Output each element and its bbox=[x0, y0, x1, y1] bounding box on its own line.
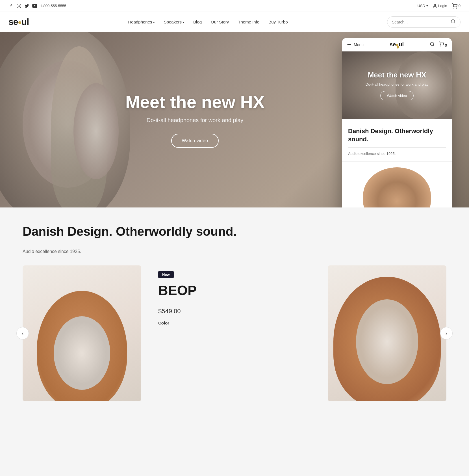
cart-button[interactable]: 0 bbox=[452, 3, 461, 9]
product-price: $549.00 bbox=[158, 308, 311, 315]
nav-links: Headphones Speakers Blog Our Story Theme… bbox=[128, 20, 288, 25]
svg-point-9 bbox=[443, 46, 443, 46]
color-label: Color bbox=[158, 321, 311, 325]
arrow-left-icon: ‹ bbox=[22, 330, 23, 336]
hero-subtitle: Do-it-all headphones for work and play bbox=[125, 117, 265, 124]
hero-title: Meet the new HX bbox=[125, 92, 265, 112]
svg-point-7 bbox=[430, 42, 434, 46]
hero-shape-cup bbox=[73, 83, 119, 179]
mobile-nav: ☰ Menu se●ul 0 bbox=[342, 38, 452, 51]
section-title: Danish Design. Otherworldly sound. bbox=[23, 224, 446, 239]
mobile-divider bbox=[348, 147, 446, 148]
nav-link-our-story[interactable]: Our Story bbox=[211, 20, 229, 24]
headphone-inner-left bbox=[54, 316, 110, 390]
section-subtitle: Audio excellence since 1925. bbox=[23, 249, 446, 254]
arrow-right-icon: › bbox=[446, 330, 447, 336]
mobile-section-subtitle: Audio excellence since 1925. bbox=[348, 152, 446, 156]
mobile-search-icon[interactable] bbox=[430, 42, 435, 48]
top-bar-right: USD ▾ Login 0 bbox=[418, 3, 461, 9]
nav-item-blog[interactable]: Blog bbox=[193, 20, 202, 25]
nav-link-blog[interactable]: Blog bbox=[193, 20, 202, 24]
section-divider bbox=[23, 244, 446, 244]
hero-content: Meet the new HX Do-it-all headphones for… bbox=[125, 92, 265, 148]
product-grid: ‹ New BEOP $549.00 Color › bbox=[23, 265, 446, 401]
login-label: Login bbox=[438, 4, 447, 8]
social-icons: f 1-800-555-5555 bbox=[8, 3, 66, 8]
mobile-hero-content: Meet the new HX Do-it-all headphones for… bbox=[366, 71, 429, 100]
top-bar-left: f 1-800-555-5555 bbox=[8, 3, 66, 8]
main-nav: seul Headphones Speakers Blog Our Story … bbox=[0, 12, 469, 32]
search-input[interactable] bbox=[392, 20, 451, 24]
slider-arrow-right[interactable]: › bbox=[440, 327, 453, 339]
svg-point-6 bbox=[451, 20, 455, 23]
nav-link-headphones[interactable]: Headphones bbox=[128, 20, 155, 24]
mobile-section-title: Danish Design. Otherworldly sound. bbox=[348, 127, 446, 143]
nav-item-headphones[interactable]: Headphones bbox=[128, 20, 155, 25]
mobile-logo-dot: ● bbox=[396, 44, 398, 46]
svg-point-5 bbox=[456, 8, 457, 8]
currency-chevron-icon: ▾ bbox=[426, 4, 428, 8]
product-divider bbox=[158, 303, 311, 303]
mobile-preview: ☰ Menu se●ul 0 Meet the new HX bbox=[342, 38, 452, 207]
nav-link-buy-turbo[interactable]: Buy Turbo bbox=[268, 20, 288, 24]
mobile-nav-right: 0 bbox=[430, 42, 447, 48]
login-button[interactable]: Login bbox=[433, 4, 447, 8]
svg-point-1 bbox=[18, 5, 20, 7]
currency-selector[interactable]: USD ▾ bbox=[418, 4, 428, 8]
logo[interactable]: seul bbox=[8, 17, 29, 27]
mobile-product-image bbox=[363, 167, 431, 207]
logo-dot bbox=[18, 21, 21, 24]
nav-item-theme-info[interactable]: Theme Info bbox=[238, 20, 259, 25]
svg-point-8 bbox=[440, 46, 441, 46]
svg-rect-0 bbox=[17, 4, 21, 8]
mobile-hero: Meet the new HX Do-it-all headphones for… bbox=[342, 51, 452, 119]
hero-section: Meet the new HX Do-it-all headphones for… bbox=[0, 32, 469, 207]
slider-arrow-left[interactable]: ‹ bbox=[16, 327, 29, 339]
cart-icon bbox=[452, 3, 457, 9]
desktop-section: Danish Design. Otherworldly sound. Audio… bbox=[0, 207, 469, 412]
logo-ul: ul bbox=[21, 17, 29, 27]
nav-item-speakers[interactable]: Speakers bbox=[164, 20, 184, 25]
svg-point-3 bbox=[434, 4, 435, 6]
instagram-icon[interactable] bbox=[16, 3, 21, 8]
mobile-content-section: Danish Design. Otherworldly sound. Audio… bbox=[342, 119, 452, 162]
mobile-hamburger-icon[interactable]: ☰ bbox=[347, 42, 351, 48]
youtube-icon[interactable] bbox=[32, 3, 37, 8]
nav-link-speakers[interactable]: Speakers bbox=[164, 20, 184, 24]
mobile-nav-left: ☰ Menu bbox=[347, 42, 364, 48]
product-image-right bbox=[328, 265, 446, 401]
mobile-product-area bbox=[342, 162, 452, 207]
phone-number: 1-800-555-5555 bbox=[40, 4, 66, 8]
twitter-icon[interactable] bbox=[24, 3, 29, 8]
search-button[interactable] bbox=[451, 19, 456, 25]
nav-item-buy-turbo[interactable]: Buy Turbo bbox=[268, 20, 288, 25]
product-image-left bbox=[23, 265, 141, 401]
product-name: BEOP bbox=[158, 283, 311, 298]
search-bar[interactable] bbox=[387, 16, 461, 28]
mobile-logo[interactable]: se●ul bbox=[390, 41, 404, 48]
nav-link-theme-info[interactable]: Theme Info bbox=[238, 20, 259, 24]
top-bar: f 1-800-555-5555 USD ▾ Login 0 bbox=[0, 0, 469, 12]
product-info: New BEOP $549.00 Color bbox=[141, 265, 328, 331]
currency-label: USD bbox=[418, 4, 425, 8]
nav-item-our-story[interactable]: Our Story bbox=[211, 20, 229, 25]
logo-se: se bbox=[8, 17, 18, 27]
mobile-hero-title: Meet the new HX bbox=[366, 71, 429, 79]
mobile-hero-subtitle: Do-it-all headphones for work and play bbox=[366, 82, 429, 86]
svg-point-2 bbox=[20, 5, 20, 5]
main-content: Danish Design. Otherworldly sound. Audio… bbox=[0, 207, 469, 476]
new-badge: New bbox=[158, 271, 174, 278]
headphone-inner-right bbox=[356, 299, 418, 384]
mobile-cart-icon[interactable]: 0 bbox=[439, 42, 447, 47]
cart-count: 0 bbox=[459, 4, 461, 8]
search-icon bbox=[451, 19, 456, 24]
mobile-menu-label[interactable]: Menu bbox=[354, 42, 364, 47]
mobile-watch-video-button[interactable]: Watch video bbox=[380, 91, 413, 100]
facebook-icon[interactable]: f bbox=[8, 3, 14, 8]
watch-video-button[interactable]: Watch video bbox=[171, 134, 219, 148]
user-icon bbox=[433, 4, 437, 8]
svg-point-4 bbox=[453, 8, 454, 8]
